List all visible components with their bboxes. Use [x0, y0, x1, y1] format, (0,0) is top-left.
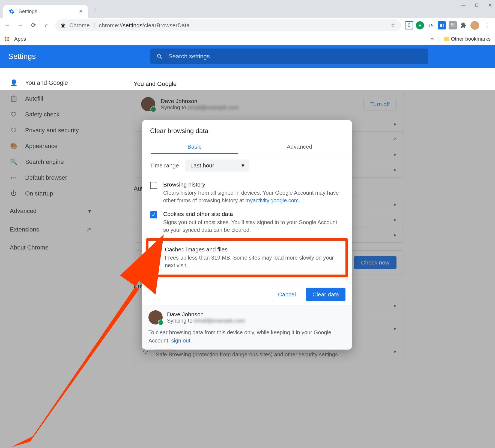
extension-icon-2[interactable]: ●	[416, 21, 424, 29]
dropdown-value: Last hour	[190, 162, 214, 169]
window-controls: — □ ✕	[461, 2, 492, 8]
section-you-and-google: You and Google	[134, 80, 495, 88]
check-item-cookies: ✓ Cookies and other site data Signs you …	[150, 208, 344, 237]
close-tab-icon[interactable]: ✕	[79, 8, 83, 14]
svg-point-1	[7, 37, 8, 38]
cancel-button[interactable]: Cancel	[272, 288, 302, 301]
bookmarks-bar: Apps » | Other bookmarks	[0, 33, 495, 45]
folder-icon	[444, 37, 449, 41]
window-chrome: Settings ✕ + — □ ✕	[0, 0, 495, 18]
extensions-puzzle-icon[interactable]	[460, 21, 468, 29]
footer-user-name: Dave Johnson	[167, 311, 245, 318]
myactivity-link[interactable]: myactivity.google.com	[245, 197, 299, 203]
apps-icon[interactable]	[4, 36, 10, 42]
other-bookmarks[interactable]: Other bookmarks	[444, 36, 491, 42]
url-path-bold: settings	[123, 22, 142, 28]
url-separator: |	[94, 22, 95, 29]
svg-point-2	[8, 37, 9, 38]
check-desc: Frees up less than 319 MB. Some sites ma…	[165, 254, 342, 269]
check-item-cached: ✓ Cached images and files Frees up less …	[152, 243, 342, 272]
chevron-down-icon: ▾	[241, 162, 244, 169]
dialog-title: Clear browsing data	[142, 120, 352, 140]
sync-badge-icon	[158, 320, 164, 326]
bookmark-star-icon[interactable]: ☆	[390, 22, 396, 29]
checkbox-cached[interactable]: ✓	[152, 247, 159, 254]
toolbar: ← → ⟳ ⌂ ◉ Chrome | chrome://settings/cle…	[0, 18, 495, 33]
extension-icon-3[interactable]: ◔	[427, 21, 435, 29]
profile-avatar[interactable]	[470, 21, 479, 30]
check-title: Cached images and files	[165, 246, 342, 253]
extension-icon-4[interactable]: ◧	[438, 21, 446, 29]
time-range-dropdown[interactable]: Last hour ▾	[185, 160, 249, 172]
sidebar-item-label: You and Google	[25, 79, 68, 86]
search-icon	[156, 53, 163, 60]
svg-point-8	[8, 40, 9, 41]
check-item-browsing-history: Browsing history Clears history from all…	[150, 178, 344, 208]
url-product: Chrome	[69, 22, 90, 29]
tab-title: Settings	[19, 8, 37, 14]
bookmarks-overflow[interactable]: »	[431, 36, 434, 42]
forward-button[interactable]: →	[16, 21, 25, 30]
page-title: Settings	[8, 52, 36, 61]
url-path-rest: /clearBrowserData	[142, 22, 190, 28]
footer-note: To clear browsing data from this device …	[148, 328, 345, 345]
chrome-menu-button[interactable]: ⋮	[482, 22, 492, 29]
browser-tab[interactable]: Settings ✕	[3, 5, 88, 18]
highlighted-cache-option: ✓ Cached images and files Frees up less …	[146, 238, 348, 277]
check-desc: Clears history from all signed-in device…	[163, 189, 344, 204]
search-placeholder: Search settings	[168, 53, 210, 60]
clear-browsing-data-dialog: Clear browsing data Basic Advanced Time …	[142, 120, 352, 350]
minimize-button[interactable]: —	[461, 2, 466, 8]
check-title: Cookies and other site data	[163, 211, 344, 217]
dialog-footer: Dave Johnson Syncing to email@example.co…	[142, 305, 352, 350]
new-tab-button[interactable]: +	[93, 6, 97, 14]
extension-icon-1[interactable]: S	[405, 21, 413, 29]
svg-point-3	[5, 38, 6, 39]
sign-out-link[interactable]: sign out	[171, 338, 190, 344]
checkbox-cookies[interactable]: ✓	[150, 211, 157, 218]
apps-label[interactable]: Apps	[14, 36, 26, 42]
person-icon: 👤	[10, 79, 17, 86]
extension-icons: S ● ◔ ◧ 用 ⋮	[405, 21, 492, 30]
clear-data-button[interactable]: Clear data	[306, 288, 345, 301]
svg-point-7	[7, 40, 8, 41]
other-bookmarks-label: Other bookmarks	[451, 36, 491, 42]
settings-header: Settings Search settings	[0, 45, 495, 68]
svg-point-4	[7, 38, 8, 39]
address-bar[interactable]: ◉ Chrome | chrome://settings/clearBrowse…	[55, 19, 401, 31]
tab-basic[interactable]: Basic	[142, 140, 247, 154]
check-title: Browsing history	[163, 181, 344, 188]
home-button[interactable]: ⌂	[42, 21, 51, 30]
dialog-tabs: Basic Advanced	[142, 140, 352, 154]
url-scheme: chrome://	[99, 22, 123, 28]
extension-icon-5[interactable]: 用	[449, 21, 457, 29]
check-desc: Signs you out of most sites. You'll stay…	[163, 218, 344, 234]
maximize-button[interactable]: □	[475, 2, 478, 8]
tab-advanced[interactable]: Advanced	[247, 140, 352, 154]
avatar	[148, 310, 163, 324]
time-range-label: Time range	[150, 162, 179, 169]
close-window-button[interactable]: ✕	[488, 2, 492, 8]
sidebar-item-you-and-google[interactable]: 👤You and Google	[0, 75, 101, 91]
search-settings-input[interactable]: Search settings	[150, 49, 428, 64]
site-icon: ◉	[61, 22, 65, 29]
reload-button[interactable]: ⟳	[29, 21, 38, 30]
checkbox-browsing-history[interactable]	[150, 182, 157, 189]
gear-icon	[8, 8, 15, 15]
svg-point-5	[8, 38, 9, 39]
svg-point-6	[5, 40, 6, 41]
svg-point-0	[5, 37, 6, 38]
back-button[interactable]: ←	[3, 21, 12, 30]
